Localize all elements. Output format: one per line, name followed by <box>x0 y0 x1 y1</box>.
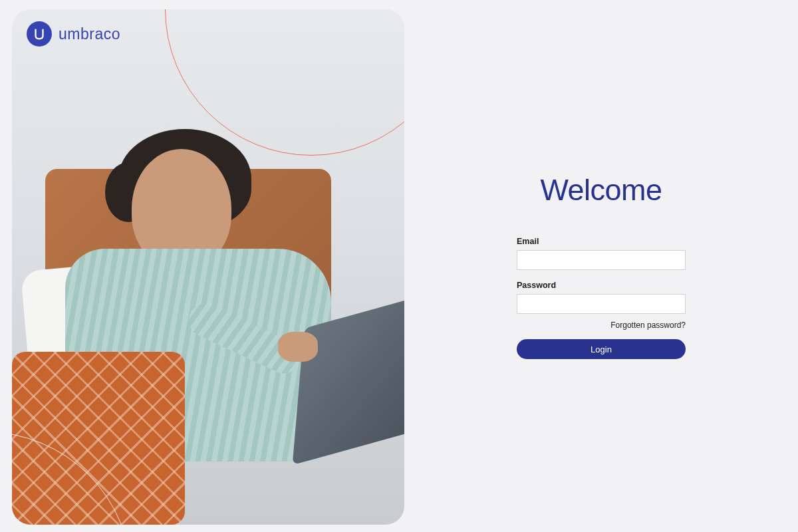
brand-name: umbraco <box>59 25 120 43</box>
hero-image-panel: umbraco <box>12 9 404 525</box>
login-panel: Welcome Email Password Forgotten passwor… <box>404 0 798 532</box>
forgot-password-link[interactable]: Forgotten password? <box>517 321 686 330</box>
password-field[interactable] <box>517 294 686 314</box>
page-title: Welcome <box>517 173 686 207</box>
brand-logo: umbraco <box>27 21 120 47</box>
illustration-laptop <box>251 312 404 458</box>
email-label: Email <box>517 237 686 246</box>
login-form: Welcome Email Password Forgotten passwor… <box>517 173 686 359</box>
password-label: Password <box>517 281 686 290</box>
umbraco-logo-icon <box>27 21 52 47</box>
login-button[interactable]: Login <box>517 339 686 359</box>
email-field[interactable] <box>517 250 686 270</box>
